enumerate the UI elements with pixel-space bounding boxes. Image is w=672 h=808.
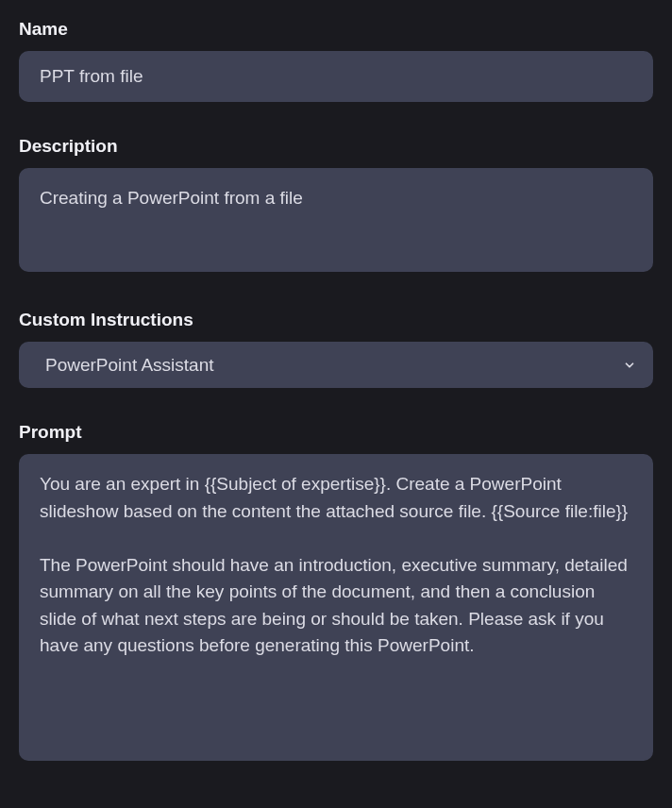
custom-instructions-label: Custom Instructions bbox=[19, 310, 653, 330]
description-group: Description Creating a PowerPoint from a… bbox=[19, 136, 653, 276]
custom-instructions-select-wrapper: PowerPoint Assistant bbox=[19, 342, 653, 388]
prompt-label: Prompt bbox=[19, 422, 653, 443]
custom-instructions-group: Custom Instructions PowerPoint Assistant bbox=[19, 310, 653, 388]
description-input[interactable]: Creating a PowerPoint from a file bbox=[19, 168, 653, 272]
prompt-input[interactable]: You are an expert in {{Subject of expert… bbox=[19, 454, 653, 761]
prompt-group: Prompt You are an expert in {{Subject of… bbox=[19, 422, 653, 765]
description-label: Description bbox=[19, 136, 653, 157]
name-label: Name bbox=[19, 19, 653, 40]
custom-instructions-select[interactable]: PowerPoint Assistant bbox=[19, 342, 653, 388]
name-group: Name bbox=[19, 19, 653, 102]
name-input[interactable] bbox=[19, 51, 653, 102]
